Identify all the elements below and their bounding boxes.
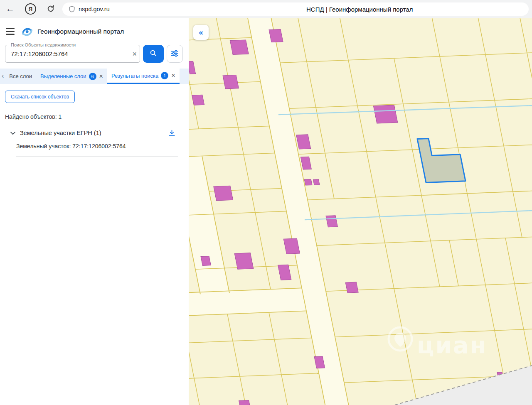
building bbox=[313, 179, 320, 185]
page-title: НСПД | Геоинформационный портал bbox=[306, 6, 413, 13]
chevron-down-icon[interactable] bbox=[10, 129, 15, 137]
tab-selected-layers[interactable]: Выделенные слои 6 × bbox=[36, 69, 107, 84]
search-row: Поиск Объекты недвижимости × bbox=[5, 45, 183, 63]
building bbox=[373, 105, 397, 123]
selected-layers-count-badge: 6 bbox=[89, 73, 96, 80]
tab-all-layers[interactable]: Все слои bbox=[5, 69, 36, 84]
tabs-scroll-left-icon[interactable]: ‹ bbox=[0, 72, 5, 81]
building bbox=[345, 282, 358, 293]
sidebar: Геоинформационный портал Поиск Объекты н… bbox=[0, 18, 189, 405]
search-input[interactable] bbox=[5, 45, 126, 62]
layers-tabs: ‹ Все слои Выделенные слои 6 × Результат… bbox=[0, 69, 189, 84]
search-button[interactable] bbox=[143, 45, 164, 63]
map-canvas[interactable]: циан bbox=[189, 18, 532, 405]
shield-icon bbox=[69, 6, 75, 12]
building bbox=[269, 29, 283, 42]
collapse-sidebar-button[interactable]: « bbox=[193, 25, 209, 40]
building bbox=[234, 253, 254, 270]
search-box: Поиск Объекты недвижимости × bbox=[5, 45, 140, 63]
magnifier-icon bbox=[150, 49, 157, 58]
result-list-item[interactable]: Земельный участок: 72:17:1206002:5764 bbox=[16, 143, 178, 157]
building bbox=[239, 400, 251, 405]
sidebar-header: Геоинформационный портал bbox=[0, 18, 189, 38]
building bbox=[192, 95, 204, 105]
results-panel: Скачать список объектов Найдено объектов… bbox=[0, 84, 189, 157]
url-text: nspd.gov.ru bbox=[79, 6, 110, 12]
close-search-results-icon[interactable]: × bbox=[171, 72, 175, 79]
download-group-icon[interactable] bbox=[168, 130, 175, 137]
app-title: Геоинформационный портал bbox=[37, 28, 124, 35]
building bbox=[223, 75, 239, 89]
building bbox=[304, 179, 312, 185]
building bbox=[214, 186, 233, 201]
back-icon[interactable]: ← bbox=[6, 4, 15, 14]
search-results-count-badge: 1 bbox=[161, 72, 168, 79]
result-group-row[interactable]: Земельные участки ЕГРН (1) bbox=[5, 129, 183, 137]
building bbox=[326, 216, 337, 227]
download-object-list-button[interactable]: Скачать список объектов bbox=[5, 91, 75, 103]
browser-topbar: ← Я nspd.gov.ru НСПД | Геоинформационный… bbox=[0, 0, 532, 18]
building bbox=[230, 40, 249, 55]
filter-button[interactable] bbox=[167, 45, 183, 63]
address-bar[interactable]: nspd.gov.ru НСПД | Геоинформационный пор… bbox=[62, 2, 529, 16]
found-objects-count: Найдено объектов: 1 bbox=[5, 113, 183, 120]
yandex-icon[interactable]: Я bbox=[25, 3, 36, 15]
tab-search-results[interactable]: Результаты поиска 1 × bbox=[107, 69, 180, 84]
tab-all-layers-label: Все слои bbox=[9, 73, 32, 79]
close-selected-layers-icon[interactable]: × bbox=[99, 73, 103, 80]
watermark-text: циан bbox=[417, 331, 487, 358]
map-container: циан « bbox=[189, 18, 532, 405]
building bbox=[201, 256, 211, 266]
result-group-title: Земельные участки ЕГРН (1) bbox=[20, 130, 101, 136]
clear-search-icon[interactable]: × bbox=[132, 50, 137, 58]
tab-search-results-label: Результаты поиска bbox=[111, 73, 158, 79]
app-logo-icon bbox=[21, 25, 33, 38]
menu-icon[interactable] bbox=[6, 28, 15, 35]
tab-selected-layers-label: Выделенные слои bbox=[40, 73, 86, 79]
tune-icon bbox=[171, 50, 179, 58]
building bbox=[283, 238, 300, 254]
reload-icon[interactable] bbox=[47, 5, 55, 15]
